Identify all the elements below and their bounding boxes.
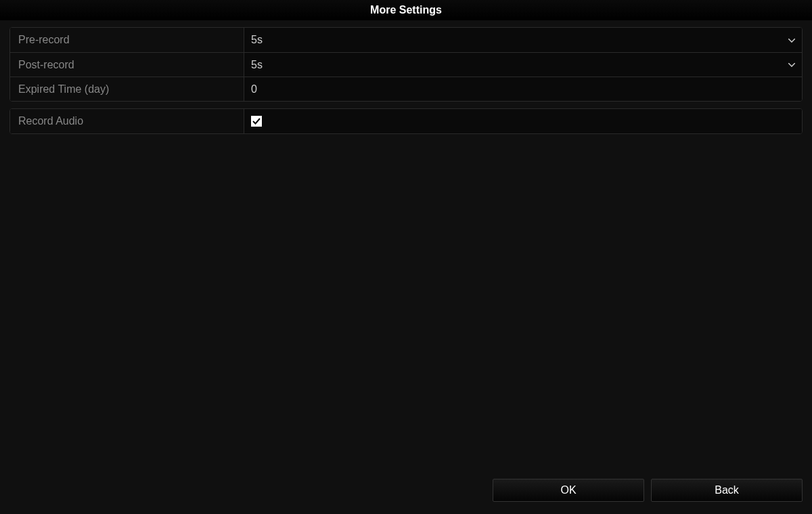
titlebar: More Settings <box>0 0 812 20</box>
pre-record-label: Pre-record <box>10 28 244 52</box>
back-button[interactable]: Back <box>651 479 803 502</box>
checkmark-icon <box>252 117 261 125</box>
ok-button[interactable]: OK <box>493 479 644 502</box>
pre-record-select[interactable]: 5s <box>244 28 802 52</box>
record-audio-label: Record Audio <box>10 109 244 133</box>
window-title: More Settings <box>370 4 442 16</box>
post-record-row: Post-record 5s <box>10 52 802 77</box>
expired-time-input[interactable]: 0 <box>251 83 795 95</box>
record-audio-cell <box>244 109 802 133</box>
expired-time-row: Expired Time (day) 0 <box>10 77 802 101</box>
post-record-select[interactable]: 5s <box>244 53 802 77</box>
post-record-label: Post-record <box>10 53 244 77</box>
content-area: Pre-record 5s Post-record 5s <box>0 20 812 476</box>
recording-time-group: Pre-record 5s Post-record 5s <box>9 27 803 102</box>
post-record-value: 5s <box>251 59 795 71</box>
pre-record-row: Pre-record 5s <box>10 28 802 52</box>
settings-window: More Settings Pre-record 5s Post-record … <box>0 0 812 514</box>
pre-record-value: 5s <box>251 34 795 46</box>
record-audio-checkbox[interactable] <box>251 116 262 127</box>
record-audio-row: Record Audio <box>10 109 802 133</box>
footer: OK Back <box>0 476 812 514</box>
expired-time-label: Expired Time (day) <box>10 77 244 101</box>
record-audio-group: Record Audio <box>9 108 803 134</box>
expired-time-input-cell: 0 <box>244 77 802 101</box>
